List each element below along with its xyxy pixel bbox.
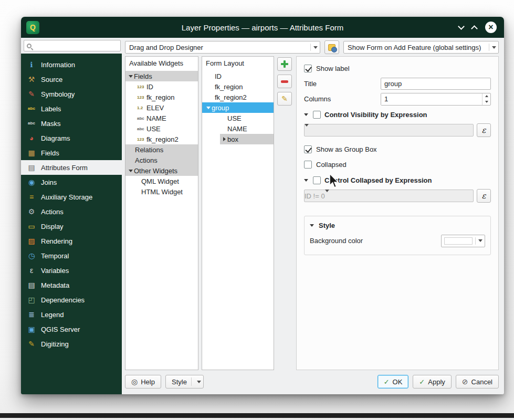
- spin-up-icon[interactable]: [482, 93, 490, 99]
- tree-item-html-widget[interactable]: HTML Widget: [125, 186, 198, 197]
- expander-icon[interactable]: [205, 107, 212, 109]
- expander-icon[interactable]: [128, 75, 134, 78]
- visibility-expression-section: Control Visibility by Expression: [304, 107, 491, 122]
- expression-builder-button[interactable]: [477, 189, 491, 203]
- search-input[interactable]: [34, 41, 118, 50]
- spin-down-icon[interactable]: [482, 99, 490, 105]
- close-icon[interactable]: [485, 22, 497, 33]
- sidebar-item-dependencies[interactable]: ◰Dependencies: [21, 292, 122, 307]
- background-color-select[interactable]: [441, 235, 485, 247]
- layout-item-name[interactable]: NAME: [202, 123, 274, 134]
- help-button[interactable]: Help: [125, 375, 161, 388]
- chevron-down-icon: [305, 127, 309, 134]
- diagrams-icon: ◕: [26, 134, 37, 142]
- roll-up-icon[interactable]: [471, 25, 478, 32]
- layout-item-id[interactable]: ID: [202, 71, 274, 81]
- sidebar-item-display[interactable]: ▭Display: [21, 219, 122, 234]
- ok-button[interactable]: OK: [377, 375, 409, 388]
- tree-item-elev[interactable]: 1.2ELEV: [125, 102, 198, 113]
- form-settings-button[interactable]: [324, 40, 339, 54]
- cancel-button[interactable]: Cancel: [456, 375, 499, 388]
- designer-mode-select[interactable]: Drag and Drop Designer: [125, 41, 320, 54]
- sidebar-item-variables[interactable]: εVariables: [21, 263, 122, 278]
- sidebar-item-information[interactable]: ℹInformation: [21, 57, 122, 72]
- sidebar-item-legend[interactable]: ≣Legend: [21, 307, 122, 322]
- sidebar-item-rendering[interactable]: ▨Rendering: [21, 234, 122, 248]
- fields-icon: ▦: [26, 149, 37, 156]
- tree-item-other-widgets[interactable]: Other Widgets: [125, 165, 198, 176]
- roll-down-icon[interactable]: [458, 23, 465, 30]
- sidebar-item-auxiliary-storage[interactable]: ≡Auxiliary Storage: [21, 190, 122, 204]
- sidebar-item-joins[interactable]: ◉Joins: [21, 175, 122, 190]
- sidebar-item-actions[interactable]: ⚙Actions: [21, 204, 122, 219]
- chevron-down-icon: [489, 46, 498, 49]
- tree-item-name[interactable]: abcNAME: [125, 113, 198, 123]
- sidebar-item-source[interactable]: ⚒Source: [21, 72, 122, 87]
- edit-item-button[interactable]: [277, 92, 292, 106]
- style-header: Style: [319, 222, 335, 229]
- style-group: Style Background color: [304, 216, 491, 255]
- tree-item-id[interactable]: 123ID: [125, 81, 198, 92]
- tree-item-fk-region[interactable]: 123fk_region: [125, 92, 198, 102]
- collapsed-expression-header: Control Collapsed by Expression: [324, 176, 432, 184]
- search-box[interactable]: [24, 40, 121, 51]
- attributes-form-page: Drag and Drop Designer Show Form on Add …: [122, 38, 504, 394]
- integer-field-icon: 123: [137, 95, 146, 100]
- add-container-button[interactable]: [277, 57, 292, 71]
- apply-button[interactable]: Apply: [413, 375, 451, 388]
- sidebar-item-masks[interactable]: abcMasks: [21, 116, 122, 131]
- sidebar-item-qgis-server[interactable]: ▣QGIS Server: [21, 322, 122, 337]
- expander-icon[interactable]: [128, 170, 134, 172]
- show-label-checkbox[interactable]: [304, 65, 312, 72]
- titlebar[interactable]: Layer Properties — airports — Attributes…: [21, 17, 504, 38]
- sidebar-item-diagrams[interactable]: ◕Diagrams: [21, 131, 122, 145]
- visibility-expression-select[interactable]: [304, 124, 474, 136]
- dialog-footer: Help Style OK Apply: [122, 371, 504, 394]
- expander-icon[interactable]: [304, 179, 309, 182]
- layout-item-fk-region[interactable]: fk_region: [202, 81, 274, 92]
- sidebar-item-digitizing[interactable]: ✎Digitizing: [21, 337, 122, 351]
- sidebar-item-fields[interactable]: ▦Fields: [21, 145, 122, 160]
- collapsed-expression-select[interactable]: ID != 0: [304, 190, 474, 202]
- background-color-row: Background color: [310, 233, 485, 248]
- integer-field-icon: 123: [137, 137, 146, 142]
- show-as-group-box-checkbox[interactable]: [304, 145, 312, 153]
- remove-item-button[interactable]: [277, 75, 292, 88]
- columns-input[interactable]: [381, 93, 482, 105]
- sidebar-item-attributes-form[interactable]: ▤Attributes Form: [21, 160, 122, 175]
- color-swatch: [444, 237, 473, 245]
- tree-item-fk-region2[interactable]: 123fk_region2: [125, 134, 198, 144]
- visibility-expression-checkbox[interactable]: [313, 111, 321, 119]
- form-settings-icon: [328, 44, 335, 51]
- attributes-form-icon: ▤: [26, 164, 37, 171]
- expander-icon[interactable]: [310, 224, 315, 227]
- chevron-down-icon: [311, 46, 320, 49]
- style-menu-button[interactable]: Style: [165, 375, 204, 388]
- sidebar-item-temporal[interactable]: ◷Temporal: [21, 248, 122, 263]
- tree-item-fields[interactable]: Fields: [125, 71, 198, 81]
- desktop-bottom-edge: [0, 413, 514, 418]
- group-box-row: Show as Group Box: [304, 142, 491, 157]
- title-row: Title: [304, 76, 491, 91]
- expression-builder-button[interactable]: [477, 123, 491, 137]
- title-input[interactable]: [381, 78, 491, 90]
- visibility-expression-row: [304, 123, 491, 137]
- collapsed-expression-checkbox[interactable]: [313, 176, 321, 184]
- collapsed-checkbox[interactable]: [304, 161, 312, 169]
- tree-item-qml-widget[interactable]: QML Widget: [125, 176, 198, 186]
- tree-item-actions[interactable]: Actions: [125, 155, 198, 165]
- collapsed-text: Collapsed: [316, 161, 347, 169]
- expander-icon[interactable]: [221, 137, 227, 141]
- sidebar-item-symbology[interactable]: ✎Symbology: [21, 87, 122, 101]
- show-form-behavior-select[interactable]: Show Form on Add Feature (global setting…: [343, 41, 499, 54]
- sidebar-item-labels[interactable]: abcLabels: [21, 101, 122, 116]
- layout-item-group[interactable]: group: [202, 102, 274, 113]
- layout-item-box[interactable]: box: [220, 134, 274, 144]
- expander-icon[interactable]: [304, 113, 309, 116]
- columns-stepper[interactable]: [381, 93, 491, 106]
- tree-item-use[interactable]: abcUSE: [125, 123, 198, 134]
- layout-item-use[interactable]: USE: [202, 113, 274, 123]
- layout-item-fk-region2[interactable]: fk_region2: [202, 92, 274, 102]
- sidebar-item-metadata[interactable]: ▤Metadata: [21, 278, 122, 292]
- tree-item-relations[interactable]: Relations: [125, 144, 198, 155]
